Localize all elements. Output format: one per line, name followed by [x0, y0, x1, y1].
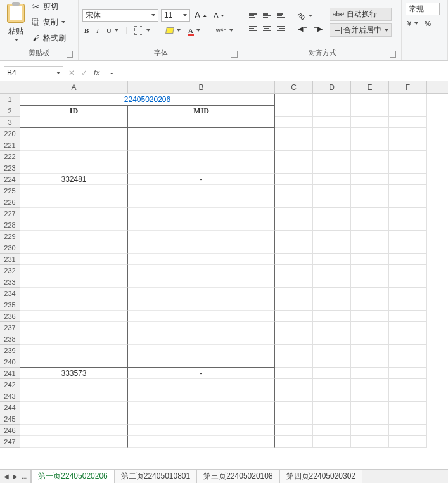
- cell[interactable]: [20, 333, 128, 345]
- cell[interactable]: [20, 436, 128, 448]
- cell[interactable]: [389, 174, 427, 185]
- column-header[interactable]: C: [275, 81, 313, 93]
- cell[interactable]: [313, 231, 351, 242]
- cell[interactable]: [128, 345, 275, 356]
- cell[interactable]: [275, 276, 313, 288]
- row-header[interactable]: 228: [0, 219, 20, 231]
- row-header[interactable]: 225: [0, 185, 20, 196]
- cell[interactable]: [389, 254, 427, 265]
- cell[interactable]: [275, 254, 313, 265]
- cell[interactable]: [20, 151, 128, 162]
- format-painter-button[interactable]: 格式刷: [29, 32, 69, 45]
- cell[interactable]: [389, 345, 427, 356]
- align-right-button[interactable]: [275, 25, 286, 32]
- decrease-indent-button[interactable]: ◀≡: [296, 24, 309, 34]
- cell[interactable]: [275, 333, 313, 345]
- alignment-dialog-launcher[interactable]: [390, 51, 396, 58]
- cell[interactable]: [275, 265, 313, 276]
- cells-area[interactable]: 22405020206IDMID332481-333573-: [20, 94, 448, 448]
- cell[interactable]: [351, 345, 389, 356]
- cell[interactable]: [20, 311, 128, 322]
- cell[interactable]: [128, 265, 275, 276]
- cell[interactable]: [313, 368, 351, 379]
- cell[interactable]: [275, 345, 313, 356]
- row-header[interactable]: 220: [0, 128, 20, 139]
- header-id-cell[interactable]: ID: [20, 105, 128, 117]
- cell[interactable]: [389, 379, 427, 390]
- cell[interactable]: [351, 402, 389, 413]
- cell[interactable]: [275, 402, 313, 413]
- cell[interactable]: [351, 311, 389, 322]
- row-header[interactable]: 243: [0, 390, 20, 402]
- row-header[interactable]: 1: [0, 94, 20, 105]
- cell[interactable]: [20, 276, 128, 288]
- cell[interactable]: [313, 413, 351, 425]
- cell[interactable]: [20, 345, 128, 356]
- cell[interactable]: [275, 174, 313, 185]
- cell[interactable]: [275, 162, 313, 174]
- cell[interactable]: [389, 105, 427, 117]
- cell[interactable]: [20, 208, 128, 219]
- column-header[interactable]: E: [351, 81, 389, 93]
- column-header[interactable]: A: [20, 81, 128, 93]
- confirm-formula-button[interactable]: ✓: [81, 68, 87, 77]
- row-header[interactable]: 233: [0, 276, 20, 288]
- cell[interactable]: [275, 219, 313, 231]
- cell[interactable]: [313, 311, 351, 322]
- cell[interactable]: [275, 242, 313, 254]
- cell[interactable]: [389, 128, 427, 139]
- cell[interactable]: [20, 322, 128, 333]
- cell[interactable]: [128, 299, 275, 311]
- cell[interactable]: [351, 299, 389, 311]
- column-header[interactable]: F: [389, 81, 427, 93]
- paste-button[interactable]: 粘贴: [4, 2, 28, 43]
- cell[interactable]: [20, 128, 128, 139]
- cell[interactable]: [351, 413, 389, 425]
- cell[interactable]: [389, 231, 427, 242]
- cell[interactable]: [313, 151, 351, 162]
- row-header[interactable]: 222: [0, 151, 20, 162]
- cell[interactable]: [389, 425, 427, 436]
- copy-button[interactable]: 复制: [29, 16, 69, 29]
- cell[interactable]: [351, 219, 389, 231]
- cell[interactable]: [128, 276, 275, 288]
- cell[interactable]: [313, 185, 351, 196]
- cell[interactable]: [20, 425, 128, 436]
- cell[interactable]: [313, 94, 351, 105]
- wrap-text-button[interactable]: ab↵ 自动换行: [330, 8, 392, 21]
- cell[interactable]: [275, 288, 313, 299]
- cell[interactable]: [351, 128, 389, 139]
- cell[interactable]: [313, 425, 351, 436]
- cell[interactable]: [351, 174, 389, 185]
- sheet-nav-more[interactable]: ...: [22, 473, 27, 480]
- row-header[interactable]: 245: [0, 413, 20, 425]
- cell[interactable]: [128, 185, 275, 196]
- cell[interactable]: [313, 162, 351, 174]
- row-header[interactable]: 236: [0, 311, 20, 322]
- cell[interactable]: [275, 117, 313, 128]
- cell[interactable]: [351, 208, 389, 219]
- header-mid-cell[interactable]: [128, 117, 275, 128]
- cell[interactable]: [128, 254, 275, 265]
- row-header[interactable]: 240: [0, 356, 20, 368]
- row-header[interactable]: 239: [0, 345, 20, 356]
- cell[interactable]: [275, 94, 313, 105]
- row-header[interactable]: 226: [0, 196, 20, 208]
- cell[interactable]: [20, 379, 128, 390]
- cell[interactable]: [351, 425, 389, 436]
- cell[interactable]: [313, 196, 351, 208]
- cell[interactable]: 332481: [20, 174, 128, 185]
- cell[interactable]: [275, 311, 313, 322]
- cell[interactable]: [128, 413, 275, 425]
- cell[interactable]: [351, 117, 389, 128]
- cell[interactable]: [128, 379, 275, 390]
- underline-button[interactable]: U: [105, 26, 120, 35]
- cell[interactable]: [351, 151, 389, 162]
- align-middle-button[interactable]: [261, 13, 272, 19]
- cell[interactable]: [128, 425, 275, 436]
- border-button[interactable]: [132, 25, 152, 35]
- orientation-button[interactable]: ab: [296, 11, 314, 20]
- cell[interactable]: [313, 276, 351, 288]
- clipboard-dialog-launcher[interactable]: [67, 51, 73, 58]
- cell[interactable]: [389, 185, 427, 196]
